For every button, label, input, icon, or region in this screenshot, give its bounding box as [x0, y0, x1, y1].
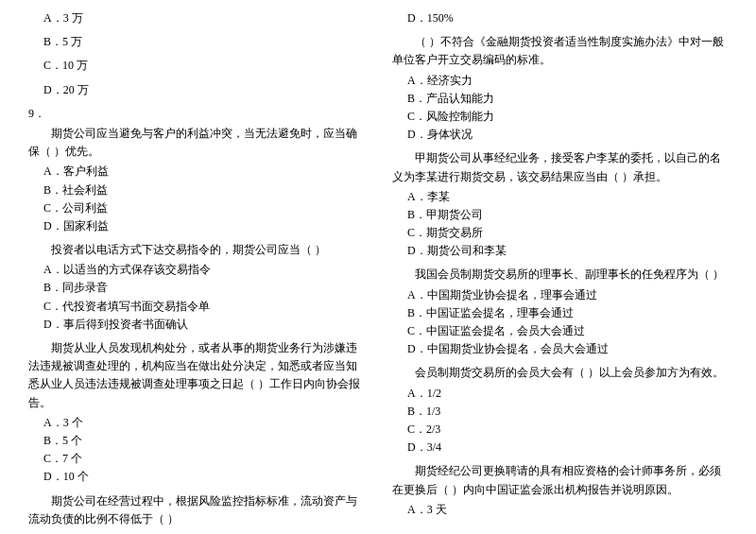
q15-opt-b: B．中国证监会提名，理事会通过	[407, 304, 728, 322]
q12-opt-a: A．30%	[43, 530, 364, 534]
option-text: B．5 万	[43, 33, 364, 51]
q10-opt-a: A．以适当的方式保存该交易指令	[43, 261, 364, 279]
q16-opt-b: B．1/3	[407, 403, 728, 421]
question-9-body: 期货公司应当避免与客户的利益冲突，当无法避免时，应当确保（ ）优先。	[28, 125, 364, 161]
question-17-text: 期货经纪公司更换聘请的具有相应资格的会计师事务所，必须在更换后（ ）内向中国证监…	[392, 462, 728, 498]
right-column: D．150% （ ）不符合《金融期货投资者适当性制度实施办法》中对一般单位客户开…	[383, 9, 728, 534]
q14-opt-b: B．甲期货公司	[407, 206, 728, 224]
left-column: A．3 万 B．5 万 C．10 万 D．20 万 9． 期货公司应当避免与客户…	[28, 9, 383, 534]
question-9-text: 9．	[28, 105, 364, 123]
question-12-text: 期货公司在经营过程中，根据风险监控指标标准，流动资产与流动负债的比例不得低于（ …	[28, 492, 364, 528]
question-14: 甲期货公司从事经纪业务，接受客户李某的委托，以自己的名义为李某进行期货交易，该交…	[392, 149, 728, 260]
q9-opt-c: C．公司利益	[43, 199, 364, 217]
q17-opt-a: A．3 天	[407, 501, 728, 519]
q9-opt-b: B．社会利益	[43, 181, 364, 199]
q14-opt-d: D．期货公司和李某	[407, 242, 728, 260]
q11-opt-c: C．7 个	[43, 450, 364, 468]
option-d-150: D．150%	[392, 9, 728, 27]
q16-opt-c: C．2/3	[407, 421, 728, 439]
question-11: 期货从业人员发现机构处分，或者从事的期货业务行为涉嫌违法违规被调查处理的，机构应…	[28, 339, 364, 487]
q15-opt-a: A．中国期货业协会提名，理事会通过	[407, 286, 728, 304]
q14-opt-a: A．李某	[407, 188, 728, 206]
question-14-text: 甲期货公司从事经纪业务，接受客户李某的委托，以自己的名义为李某进行期货交易，该交…	[392, 149, 728, 185]
q9-opt-a: A．客户利益	[43, 163, 364, 181]
option-c-10wan: C．10 万	[28, 57, 364, 75]
q13-opt-b: B．产品认知能力	[407, 90, 728, 108]
option-text: C．10 万	[43, 57, 364, 75]
two-column-layout: A．3 万 B．5 万 C．10 万 D．20 万 9． 期货公司应当避免与客户…	[28, 9, 728, 534]
question-12: 期货公司在经营过程中，根据风险监控指标标准，流动资产与流动负债的比例不得低于（ …	[28, 492, 364, 535]
question-10: 投资者以电话方式下达交易指令的，期货公司应当（ ） A．以适当的方式保存该交易指…	[28, 241, 364, 334]
option-a-3wan: A．3 万	[28, 9, 364, 27]
question-16: 会员制期货交易所的会员大会有（ ）以上会员参加方为有效。 A．1/2 B．1/3…	[392, 364, 728, 456]
option-b-5wan: B．5 万	[28, 33, 364, 51]
q14-opt-c: C．期货交易所	[407, 224, 728, 242]
option-text: D．20 万	[43, 81, 364, 99]
option-d-20wan: D．20 万	[28, 81, 364, 99]
q15-opt-d: D．中国期货业协会提名，会员大会通过	[407, 340, 728, 358]
q15-opt-c: C．中国证监会提名，会员大会通过	[407, 322, 728, 340]
q11-opt-a: A．3 个	[43, 414, 364, 432]
q11-opt-d: D．10 个	[43, 468, 364, 486]
question-10-text: 投资者以电话方式下达交易指令的，期货公司应当（ ）	[28, 241, 364, 259]
question-15: 我国会员制期货交易所的理事长、副理事长的任免程序为（ ） A．中国期货业协会提名…	[392, 266, 728, 358]
q13-opt-a: A．经济实力	[407, 72, 728, 90]
q16-opt-a: A．1/2	[407, 385, 728, 403]
question-13: （ ）不符合《金融期货投资者适当性制度实施办法》中对一般单位客户开立交易编码的标…	[392, 33, 728, 144]
q10-opt-b: B．同步录音	[43, 279, 364, 297]
q11-opt-b: B．5 个	[43, 432, 364, 450]
question-15-text: 我国会员制期货交易所的理事长、副理事长的任免程序为（ ）	[392, 266, 728, 284]
question-16-text: 会员制期货交易所的会员大会有（ ）以上会员参加方为有效。	[392, 364, 728, 382]
q13-opt-c: C．风险控制能力	[407, 108, 728, 126]
question-9: 9． 期货公司应当避免与客户的利益冲突，当无法避免时，应当确保（ ）优先。 A．…	[28, 105, 364, 235]
question-13-text: （ ）不符合《金融期货投资者适当性制度实施办法》中对一般单位客户开立交易编码的标…	[392, 33, 728, 69]
page-content: A．3 万 B．5 万 C．10 万 D．20 万 9． 期货公司应当避免与客户…	[28, 9, 728, 534]
option-text: D．150%	[407, 9, 728, 27]
option-text: A．3 万	[43, 9, 364, 27]
q10-opt-d: D．事后得到投资者书面确认	[43, 316, 364, 334]
question-11-text: 期货从业人员发现机构处分，或者从事的期货业务行为涉嫌违法违规被调查处理的，机构应…	[28, 339, 364, 412]
q16-opt-d: D．3/4	[407, 439, 728, 456]
q10-opt-c: C．代投资者填写书面交易指令单	[43, 298, 364, 316]
question-17: 期货经纪公司更换聘请的具有相应资格的会计师事务所，必须在更换后（ ）内向中国证监…	[392, 462, 728, 519]
q13-opt-d: D．身体状况	[407, 126, 728, 144]
q9-opt-d: D．国家利益	[43, 217, 364, 235]
